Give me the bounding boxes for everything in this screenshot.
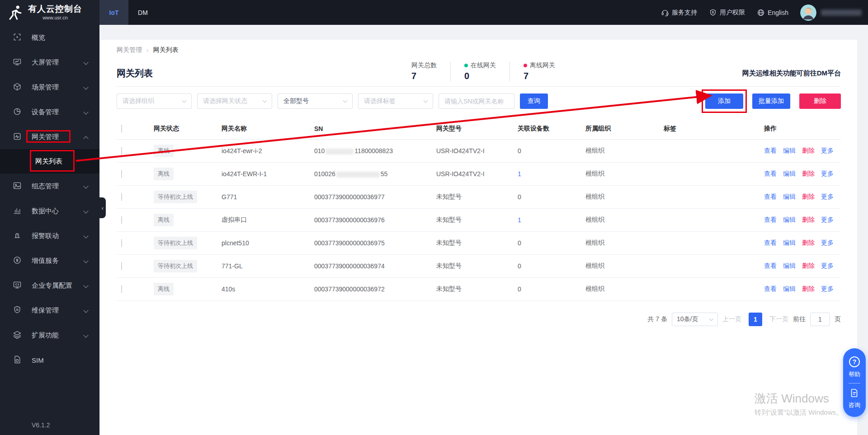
more-link[interactable]: 更多 [821, 147, 834, 155]
language-switcher[interactable]: English [757, 9, 788, 17]
delete-link[interactable]: 删除 [802, 193, 815, 201]
sidebar-item-maintenance-management[interactable]: 维保管理 [0, 298, 99, 323]
overview-icon [13, 33, 22, 42]
gateway-sn: 00037739000000036976 [314, 216, 436, 224]
more-link[interactable]: 更多 [821, 285, 834, 293]
gateway-name: io424T-EWR-I-1 [222, 170, 314, 178]
view-link[interactable]: 查看 [764, 193, 777, 201]
username-redacted[interactable] [821, 9, 862, 16]
view-link[interactable]: 查看 [764, 147, 777, 155]
view-link[interactable]: 查看 [764, 170, 777, 178]
gateway-name: 771-GL [222, 262, 314, 270]
row-checkbox[interactable] [121, 170, 122, 178]
edit-link[interactable]: 编辑 [783, 285, 796, 293]
query-button[interactable]: 查询 [520, 94, 548, 109]
sidebar-item-data-center[interactable]: 数据中心 [0, 198, 99, 223]
goto-page-input[interactable] [810, 313, 830, 326]
table-row: 等待初次上线G77100037739000000036977未知型号0根组织查看… [117, 186, 841, 209]
edit-link[interactable]: 编辑 [783, 216, 796, 224]
sidebar-item-gateway-list[interactable]: 网关列表 [0, 149, 99, 173]
avatar-image [800, 5, 816, 21]
sidebar-item-alarm-linkage[interactable]: 报警联动 [0, 223, 99, 248]
view-link[interactable]: 查看 [764, 262, 777, 270]
current-page-button[interactable]: 1 [749, 313, 762, 326]
prev-page-button[interactable]: 上一页 [722, 315, 741, 323]
sn-text: 00037739000000036977 [314, 193, 385, 201]
main-content: 网关管理 › 网关列表 网关列表 网关总数7在线网关0离线网关7 网关运维相关功… [99, 25, 868, 435]
add-button[interactable]: 添加 [705, 94, 743, 109]
filter-select-0[interactable]: 请选择组织 [117, 94, 192, 109]
select-all-checkbox[interactable] [121, 125, 122, 133]
page-size-select[interactable]: 10条/页 [672, 313, 718, 326]
sidebar-item-value-added-services[interactable]: 增值服务 [0, 248, 99, 273]
sidebar-collapse-handle[interactable]: ‹ [99, 197, 106, 218]
gateway-model: 未知型号 [436, 262, 518, 270]
pagination: 共 7 条 10条/页 上一页 1 下一页 前往 页 [117, 313, 841, 326]
more-link[interactable]: 更多 [821, 170, 834, 178]
sidebar-item-extended-functions[interactable]: 扩展功能 [0, 323, 99, 347]
organization: 根组织 [585, 147, 664, 155]
edit-link[interactable]: 编辑 [783, 170, 796, 178]
breadcrumb-root[interactable]: 网关管理 [117, 46, 142, 54]
delete-link[interactable]: 删除 [802, 262, 815, 270]
edit-link[interactable]: 编辑 [783, 239, 796, 247]
delete-link[interactable]: 删除 [802, 239, 815, 247]
sidebar-item-gateway-management[interactable]: 网关管理 [0, 124, 99, 149]
delete-link[interactable]: 删除 [802, 147, 815, 155]
tab-dm[interactable]: DM [128, 0, 157, 25]
delete-link[interactable]: 删除 [802, 285, 815, 293]
row-checkbox[interactable] [121, 262, 122, 270]
gateway-table: 网关状态网关名称SN网关型号关联设备数所属组织标签操作 离线io424T-ewr… [117, 118, 841, 301]
sidebar-item-overview[interactable]: 概览 [0, 25, 99, 50]
row-checkbox[interactable] [121, 193, 122, 201]
row-checkbox[interactable] [121, 285, 122, 293]
row-checkbox-cell [117, 239, 154, 247]
view-link[interactable]: 查看 [764, 216, 777, 224]
sidebar-item-configuration-management[interactable]: 组态管理 [0, 173, 99, 198]
filter-row: 请选择组织请选择网关状态全部型号请选择标签 查询 添加 批量添加 删除 [117, 94, 841, 109]
next-page-button[interactable]: 下一页 [769, 315, 788, 323]
delete-link[interactable]: 删除 [802, 170, 815, 178]
row-checkbox[interactable] [121, 239, 122, 247]
sidebar-item-enterprise-config[interactable]: 企业专属配置 [0, 273, 99, 298]
row-checkbox[interactable] [121, 216, 122, 224]
language-label: English [768, 9, 788, 16]
edit-link[interactable]: 编辑 [783, 193, 796, 201]
row-checkbox[interactable] [121, 147, 122, 155]
sidebar-item-device-management[interactable]: 设备管理 [0, 99, 99, 124]
question-icon[interactable]: ? [849, 356, 860, 367]
delete-link[interactable]: 删除 [802, 216, 815, 224]
filter-select-1[interactable]: 请选择网关状态 [197, 94, 272, 109]
view-link[interactable]: 查看 [764, 285, 777, 293]
sidebar-item-screen-management[interactable]: 大屏管理 [0, 50, 99, 75]
support-link[interactable]: 服务支持 [661, 9, 697, 17]
avatar[interactable] [800, 5, 816, 21]
permissions-link[interactable]: 用户权限 [709, 9, 745, 17]
tab-iot[interactable]: IoT [99, 0, 128, 25]
device-count[interactable]: 1 [518, 170, 521, 178]
document-icon[interactable] [849, 388, 859, 398]
more-link[interactable]: 更多 [821, 239, 834, 247]
device-count[interactable]: 1 [518, 216, 521, 224]
sidebar-item-sim[interactable]: SIM [0, 347, 99, 372]
sidebar-item-label: 企业专属配置 [32, 281, 72, 290]
filter-select-3[interactable]: 请选择标签 [358, 94, 433, 109]
edit-link[interactable]: 编辑 [783, 147, 796, 155]
filter-select-2[interactable]: 全部型号 [278, 94, 353, 109]
batch-add-button[interactable]: 批量添加 [752, 94, 790, 109]
consult-button[interactable]: 咨询 [849, 401, 860, 409]
delete-button[interactable]: 删除 [799, 94, 841, 109]
edit-link[interactable]: 编辑 [783, 262, 796, 270]
more-link[interactable]: 更多 [821, 193, 834, 201]
sidebar-item-scene-management[interactable]: 场景管理 [0, 75, 99, 99]
help-button[interactable]: 帮助 [849, 370, 860, 379]
platform-tabs: IoTDM [99, 0, 157, 25]
search-input[interactable] [439, 94, 514, 109]
column-header: 网关状态 [154, 125, 222, 133]
view-link[interactable]: 查看 [764, 239, 777, 247]
sn-text: 010 [314, 147, 325, 154]
more-link[interactable]: 更多 [821, 262, 834, 270]
stat-value: 7 [524, 71, 555, 81]
gateway-model: USR-IO424TV2-I [436, 147, 518, 154]
more-link[interactable]: 更多 [821, 216, 834, 224]
